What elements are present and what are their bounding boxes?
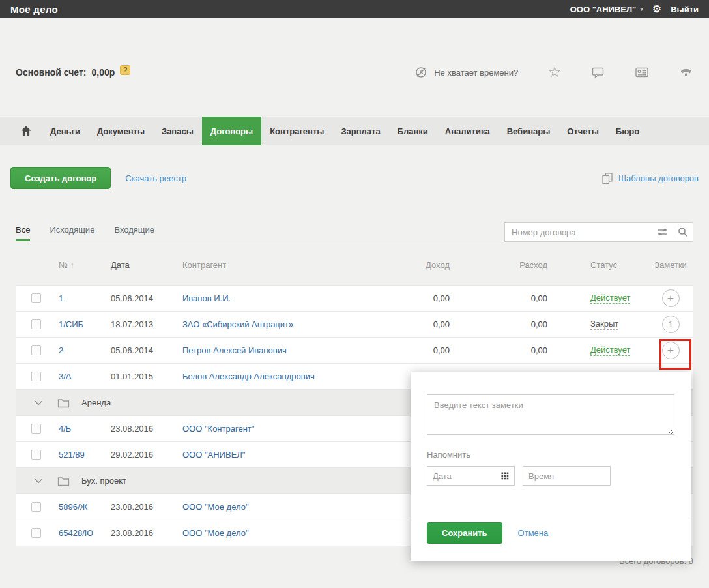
main-nav: Деньги Документы Запасы Договоры Контраг…	[0, 117, 709, 145]
status-dropdown[interactable]: Действует	[590, 345, 630, 356]
nav-item-stock[interactable]: Запасы	[153, 117, 202, 145]
contract-number-link[interactable]: 521/89	[59, 450, 85, 460]
contact-card-icon[interactable]	[635, 66, 649, 79]
contragent-link[interactable]: ЗАО «Сибирский Антрацит»	[182, 319, 293, 329]
contract-date: 05.06.2014	[111, 345, 153, 355]
no-time-link[interactable]: Не хватает времени?	[414, 66, 518, 79]
row-checkbox[interactable]	[31, 502, 41, 512]
top-bar: Моё дело ООО "АНИВЕЛ" ▾ ⚙ Выйти	[0, 0, 709, 18]
row-checkbox[interactable]	[31, 450, 41, 460]
chat-bubble-icon[interactable]	[591, 66, 605, 79]
filter-tabs-row: Все Исходящие Входящие	[16, 222, 693, 244]
folder-icon	[57, 398, 70, 408]
column-header-contragent: Контрагент	[182, 260, 421, 270]
row-checkbox[interactable]	[31, 345, 41, 355]
contract-number-link[interactable]: 1	[59, 293, 63, 303]
help-badge[interactable]: ?	[120, 65, 130, 75]
contract-templates-link[interactable]: Шаблоны договоров	[601, 172, 699, 184]
contract-number-link[interactable]: 4/Б	[59, 424, 71, 434]
row-checkbox[interactable]	[31, 424, 41, 434]
contract-number-link[interactable]: 5896/Ж	[59, 502, 88, 512]
remind-date-field	[427, 466, 515, 486]
contragent-link[interactable]: ООО "Мое дело"	[182, 502, 249, 512]
row-checkbox[interactable]	[31, 293, 41, 303]
nav-item-contracts[interactable]: Договоры	[202, 117, 261, 145]
main-account-label: Основной счет:	[16, 67, 86, 78]
nav-item-money[interactable]: Деньги	[42, 117, 89, 145]
save-note-button[interactable]: Сохранить	[427, 522, 502, 544]
nav-item-bureau[interactable]: Бюро	[607, 117, 648, 145]
note-text-input[interactable]	[427, 394, 674, 435]
contragent-link[interactable]: ООО "АНИВЕЛ"	[182, 450, 245, 460]
search-icon[interactable]	[673, 223, 693, 241]
nav-item-documents[interactable]: Документы	[89, 117, 153, 145]
main-account-balance-link[interactable]: 0,00р	[91, 67, 115, 78]
app-logo: Моё дело	[10, 4, 58, 15]
folder-icon	[57, 476, 70, 486]
income-value: 0,00	[433, 293, 450, 303]
contract-search-box	[504, 222, 693, 242]
chevron-down-icon[interactable]	[34, 477, 43, 485]
notes-count-button[interactable]: 1	[662, 316, 680, 333]
contragent-link[interactable]: Иванов И.И.	[182, 293, 231, 303]
column-header-number[interactable]: № ↑	[59, 260, 111, 270]
contragent-link[interactable]: Петров Алексей Иванович	[182, 345, 287, 355]
contracts-toolbar: Создать договор Скачать реестр Шаблоны д…	[0, 167, 709, 189]
create-contract-button[interactable]: Создать договор	[10, 167, 111, 189]
row-checkbox[interactable]	[31, 372, 41, 381]
search-input[interactable]	[505, 223, 653, 241]
chevron-down-icon[interactable]	[34, 399, 43, 407]
nav-item-forms[interactable]: Бланки	[389, 117, 437, 145]
clock-slash-icon	[414, 66, 427, 79]
calendar-icon[interactable]	[501, 472, 509, 480]
row-checkbox[interactable]	[31, 319, 41, 329]
gear-icon[interactable]: ⚙	[652, 4, 661, 14]
tab-incoming[interactable]: Входящие	[114, 222, 154, 241]
contragent-link[interactable]: ООО "Мое дело"	[182, 528, 249, 538]
cancel-note-link[interactable]: Отмена	[518, 528, 549, 538]
note-popup: Напомнить Сохранить Отмена	[411, 372, 691, 561]
contract-number-link[interactable]: 1/СИБ	[59, 319, 83, 329]
status-dropdown[interactable]: Действует	[590, 293, 630, 304]
remind-time-input[interactable]	[523, 466, 611, 486]
nav-item-analytics[interactable]: Аналитика	[437, 117, 499, 145]
phone-icon[interactable]	[679, 66, 693, 79]
column-header-date: Дата	[111, 260, 182, 270]
contragent-link[interactable]: ООО "Контрагент"	[182, 424, 254, 434]
contract-date: 18.07.2013	[111, 319, 153, 329]
remind-date-input[interactable]	[427, 467, 501, 485]
contract-date: 23.08.2016	[111, 502, 153, 512]
row-checkbox[interactable]	[31, 528, 41, 538]
expense-value: 0,00	[531, 293, 547, 303]
column-header-status: Статус	[590, 260, 648, 270]
status-dropdown[interactable]: Закрыт	[590, 319, 618, 330]
no-time-text: Не хватает времени?	[434, 68, 518, 78]
nav-home-icon[interactable]	[10, 117, 42, 145]
tab-outgoing[interactable]: Исходящие	[50, 222, 94, 241]
expense-value: 0,00	[531, 319, 547, 329]
logout-link[interactable]: Выйти	[671, 5, 699, 14]
contract-number-link[interactable]: 2	[59, 345, 63, 355]
table-row: 1 05.06.2014 Иванов И.И. 0,00 0,00 Дейст…	[16, 285, 693, 311]
contragent-link[interactable]: Белов Александр Александрович	[182, 372, 315, 381]
filter-settings-icon[interactable]	[653, 223, 673, 241]
tab-all[interactable]: Все	[16, 222, 30, 241]
nav-item-reports[interactable]: Отчеты	[558, 117, 607, 145]
add-note-button-highlighted[interactable]: +	[662, 342, 680, 359]
download-registry-link[interactable]: Скачать реестр	[125, 173, 186, 183]
contract-number-link[interactable]: 3/А	[59, 372, 72, 381]
table-row: 2 05.06.2014 Петров Алексей Иванович 0,0…	[16, 337, 693, 363]
column-header-income: Доход	[421, 260, 450, 270]
group-label: Аренда	[81, 398, 111, 407]
contract-date: 23.08.2016	[111, 528, 153, 538]
nav-item-contragents[interactable]: Контрагенты	[261, 117, 332, 145]
contract-date: 01.01.2015	[111, 372, 153, 381]
nav-item-webinars[interactable]: Вебинары	[499, 117, 559, 145]
expense-value: 0,00	[531, 345, 547, 355]
add-note-button[interactable]: +	[662, 289, 680, 307]
contract-number-link[interactable]: 65428/Ю	[59, 528, 93, 538]
copy-documents-icon	[601, 172, 613, 184]
company-selector[interactable]: ООО "АНИВЕЛ" ▾	[570, 5, 643, 14]
favorites-star-icon[interactable]: ☆	[548, 65, 561, 80]
nav-item-salary[interactable]: Зарплата	[332, 117, 388, 145]
